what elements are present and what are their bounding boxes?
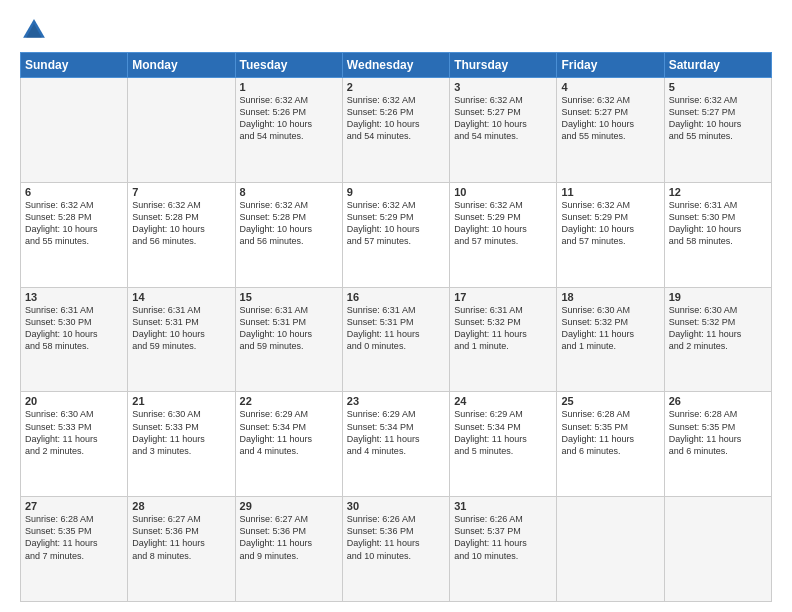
cell-info: Sunrise: 6:32 AM Sunset: 5:28 PM Dayligh… [240,199,338,248]
day-number: 21 [132,395,230,407]
cell-info: Sunrise: 6:32 AM Sunset: 5:28 PM Dayligh… [132,199,230,248]
calendar-cell: 5Sunrise: 6:32 AM Sunset: 5:27 PM Daylig… [664,78,771,183]
cell-info: Sunrise: 6:29 AM Sunset: 5:34 PM Dayligh… [347,408,445,457]
cell-info: Sunrise: 6:32 AM Sunset: 5:29 PM Dayligh… [347,199,445,248]
calendar-cell: 10Sunrise: 6:32 AM Sunset: 5:29 PM Dayli… [450,182,557,287]
calendar-cell: 13Sunrise: 6:31 AM Sunset: 5:30 PM Dayli… [21,287,128,392]
day-number: 31 [454,500,552,512]
calendar-cell: 26Sunrise: 6:28 AM Sunset: 5:35 PM Dayli… [664,392,771,497]
cell-info: Sunrise: 6:31 AM Sunset: 5:31 PM Dayligh… [240,304,338,353]
cell-info: Sunrise: 6:32 AM Sunset: 5:26 PM Dayligh… [347,94,445,143]
cell-info: Sunrise: 6:31 AM Sunset: 5:32 PM Dayligh… [454,304,552,353]
day-number: 9 [347,186,445,198]
calendar-cell [664,497,771,602]
calendar-cell: 19Sunrise: 6:30 AM Sunset: 5:32 PM Dayli… [664,287,771,392]
calendar-cell: 27Sunrise: 6:28 AM Sunset: 5:35 PM Dayli… [21,497,128,602]
week-row-2: 6Sunrise: 6:32 AM Sunset: 5:28 PM Daylig… [21,182,772,287]
calendar-cell: 2Sunrise: 6:32 AM Sunset: 5:26 PM Daylig… [342,78,449,183]
cell-info: Sunrise: 6:28 AM Sunset: 5:35 PM Dayligh… [669,408,767,457]
calendar-cell: 20Sunrise: 6:30 AM Sunset: 5:33 PM Dayli… [21,392,128,497]
calendar-cell: 30Sunrise: 6:26 AM Sunset: 5:36 PM Dayli… [342,497,449,602]
day-number: 25 [561,395,659,407]
weekday-monday: Monday [128,53,235,78]
weekday-header-row: SundayMondayTuesdayWednesdayThursdayFrid… [21,53,772,78]
day-number: 17 [454,291,552,303]
calendar: SundayMondayTuesdayWednesdayThursdayFrid… [20,52,772,602]
calendar-cell: 12Sunrise: 6:31 AM Sunset: 5:30 PM Dayli… [664,182,771,287]
calendar-cell: 21Sunrise: 6:30 AM Sunset: 5:33 PM Dayli… [128,392,235,497]
cell-info: Sunrise: 6:32 AM Sunset: 5:27 PM Dayligh… [669,94,767,143]
calendar-cell: 29Sunrise: 6:27 AM Sunset: 5:36 PM Dayli… [235,497,342,602]
week-row-4: 20Sunrise: 6:30 AM Sunset: 5:33 PM Dayli… [21,392,772,497]
calendar-cell: 16Sunrise: 6:31 AM Sunset: 5:31 PM Dayli… [342,287,449,392]
calendar-cell [128,78,235,183]
day-number: 5 [669,81,767,93]
day-number: 12 [669,186,767,198]
day-number: 22 [240,395,338,407]
cell-info: Sunrise: 6:29 AM Sunset: 5:34 PM Dayligh… [454,408,552,457]
weekday-saturday: Saturday [664,53,771,78]
cell-info: Sunrise: 6:28 AM Sunset: 5:35 PM Dayligh… [25,513,123,562]
cell-info: Sunrise: 6:31 AM Sunset: 5:30 PM Dayligh… [669,199,767,248]
day-number: 24 [454,395,552,407]
day-number: 30 [347,500,445,512]
cell-info: Sunrise: 6:32 AM Sunset: 5:27 PM Dayligh… [561,94,659,143]
cell-info: Sunrise: 6:26 AM Sunset: 5:36 PM Dayligh… [347,513,445,562]
cell-info: Sunrise: 6:32 AM Sunset: 5:27 PM Dayligh… [454,94,552,143]
calendar-cell: 22Sunrise: 6:29 AM Sunset: 5:34 PM Dayli… [235,392,342,497]
day-number: 23 [347,395,445,407]
calendar-cell: 11Sunrise: 6:32 AM Sunset: 5:29 PM Dayli… [557,182,664,287]
weekday-sunday: Sunday [21,53,128,78]
calendar-cell: 31Sunrise: 6:26 AM Sunset: 5:37 PM Dayli… [450,497,557,602]
day-number: 6 [25,186,123,198]
day-number: 2 [347,81,445,93]
cell-info: Sunrise: 6:27 AM Sunset: 5:36 PM Dayligh… [240,513,338,562]
calendar-cell: 7Sunrise: 6:32 AM Sunset: 5:28 PM Daylig… [128,182,235,287]
logo [20,16,52,44]
calendar-cell: 15Sunrise: 6:31 AM Sunset: 5:31 PM Dayli… [235,287,342,392]
calendar-cell: 23Sunrise: 6:29 AM Sunset: 5:34 PM Dayli… [342,392,449,497]
day-number: 15 [240,291,338,303]
calendar-cell: 6Sunrise: 6:32 AM Sunset: 5:28 PM Daylig… [21,182,128,287]
cell-info: Sunrise: 6:31 AM Sunset: 5:31 PM Dayligh… [132,304,230,353]
day-number: 7 [132,186,230,198]
weekday-friday: Friday [557,53,664,78]
cell-info: Sunrise: 6:29 AM Sunset: 5:34 PM Dayligh… [240,408,338,457]
day-number: 20 [25,395,123,407]
page: SundayMondayTuesdayWednesdayThursdayFrid… [0,0,792,612]
cell-info: Sunrise: 6:31 AM Sunset: 5:31 PM Dayligh… [347,304,445,353]
weekday-tuesday: Tuesday [235,53,342,78]
calendar-cell: 4Sunrise: 6:32 AM Sunset: 5:27 PM Daylig… [557,78,664,183]
calendar-cell: 28Sunrise: 6:27 AM Sunset: 5:36 PM Dayli… [128,497,235,602]
cell-info: Sunrise: 6:32 AM Sunset: 5:29 PM Dayligh… [454,199,552,248]
cell-info: Sunrise: 6:32 AM Sunset: 5:26 PM Dayligh… [240,94,338,143]
weekday-thursday: Thursday [450,53,557,78]
cell-info: Sunrise: 6:31 AM Sunset: 5:30 PM Dayligh… [25,304,123,353]
calendar-cell: 9Sunrise: 6:32 AM Sunset: 5:29 PM Daylig… [342,182,449,287]
cell-info: Sunrise: 6:32 AM Sunset: 5:29 PM Dayligh… [561,199,659,248]
calendar-cell [557,497,664,602]
cell-info: Sunrise: 6:32 AM Sunset: 5:28 PM Dayligh… [25,199,123,248]
day-number: 26 [669,395,767,407]
cell-info: Sunrise: 6:26 AM Sunset: 5:37 PM Dayligh… [454,513,552,562]
day-number: 13 [25,291,123,303]
weekday-wednesday: Wednesday [342,53,449,78]
calendar-cell [21,78,128,183]
logo-icon [20,16,48,44]
day-number: 10 [454,186,552,198]
calendar-cell: 8Sunrise: 6:32 AM Sunset: 5:28 PM Daylig… [235,182,342,287]
calendar-cell: 14Sunrise: 6:31 AM Sunset: 5:31 PM Dayli… [128,287,235,392]
calendar-cell: 18Sunrise: 6:30 AM Sunset: 5:32 PM Dayli… [557,287,664,392]
week-row-1: 1Sunrise: 6:32 AM Sunset: 5:26 PM Daylig… [21,78,772,183]
header [20,16,772,44]
day-number: 19 [669,291,767,303]
day-number: 8 [240,186,338,198]
calendar-cell: 17Sunrise: 6:31 AM Sunset: 5:32 PM Dayli… [450,287,557,392]
week-row-5: 27Sunrise: 6:28 AM Sunset: 5:35 PM Dayli… [21,497,772,602]
week-row-3: 13Sunrise: 6:31 AM Sunset: 5:30 PM Dayli… [21,287,772,392]
calendar-cell: 1Sunrise: 6:32 AM Sunset: 5:26 PM Daylig… [235,78,342,183]
day-number: 28 [132,500,230,512]
day-number: 3 [454,81,552,93]
day-number: 29 [240,500,338,512]
day-number: 1 [240,81,338,93]
